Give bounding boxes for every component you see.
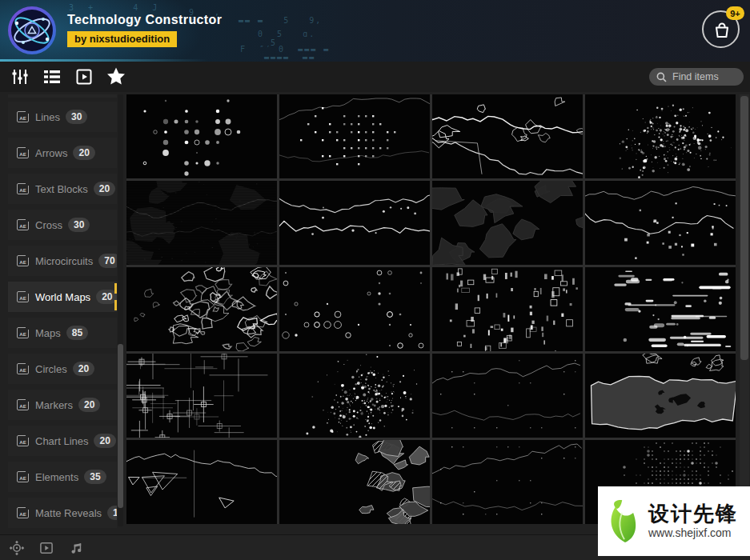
sidebar-item-label: Lines (35, 111, 60, 123)
sidebar-item-label: Text Blocks (35, 183, 88, 195)
ae-file-icon: AE (17, 327, 29, 338)
map-thumbnail (585, 94, 736, 178)
thumbnail-grid (126, 94, 736, 524)
item-count-badge: 85 (66, 326, 88, 340)
header-texture-glyph: ▬▬ ▬ 5 9, (239, 16, 322, 25)
item-count-badge: 70 (98, 254, 117, 268)
world-map-thumb-02[interactable] (279, 94, 430, 178)
world-map-thumb-13[interactable] (126, 354, 277, 438)
watermark-url: www.shejixf.com (648, 526, 738, 539)
world-map-thumb-16[interactable] (585, 354, 736, 438)
sidebar-item-world-maps[interactable]: AEWorld Maps20 (8, 282, 117, 312)
ae-file-icon: AE (17, 399, 29, 410)
world-map-thumb-19[interactable] (432, 440, 583, 524)
map-thumbnail (432, 440, 583, 524)
ae-file-icon: AE (17, 471, 29, 482)
world-map-thumb-07[interactable] (432, 181, 583, 265)
world-map-thumb-06[interactable] (279, 181, 430, 265)
grid-scrollbar-thumb[interactable] (740, 96, 748, 360)
item-count-badge: 20 (94, 182, 115, 196)
search-input[interactable] (671, 70, 736, 83)
technology-constructor-panel: 3 + 4 JF . A 6 ° 0 ;9 ,▬▬ ▬ 5 9,0 5 ɑ.5F… (0, 0, 750, 560)
world-map-thumb-18[interactable] (279, 440, 430, 524)
search-box (649, 68, 744, 86)
toolbar (0, 62, 750, 92)
cart-button[interactable]: 9+ (702, 10, 740, 48)
world-map-thumb-12[interactable] (585, 267, 736, 351)
preview-icon (38, 540, 54, 556)
watermark: 设计先锋 www.shejixf.com (598, 486, 750, 556)
sidebar-item-microcircuits[interactable]: AEMicrocircuits70 (8, 246, 117, 276)
world-map-thumb-01[interactable] (126, 94, 277, 178)
ae-file-icon: AE (17, 219, 29, 230)
world-map-thumb-10[interactable] (279, 267, 430, 351)
cart-count-badge: 9+ (726, 6, 744, 20)
author-badge: by nixstudioedition (67, 31, 177, 47)
ae-file-icon: AE (17, 507, 29, 518)
map-thumbnail (432, 94, 583, 178)
item-count-badge: 20 (94, 434, 115, 448)
favorites-button[interactable] (102, 65, 130, 89)
grid-scrollbar (740, 94, 749, 524)
ae-file-icon: AE (17, 111, 29, 122)
sidebar-item-label: Circles (35, 363, 67, 375)
sidebar-scrollbar-thumb[interactable] (118, 344, 123, 508)
watermark-title: 设计先锋 (648, 503, 738, 525)
app-title: Technology Constructor (67, 13, 222, 27)
map-thumbnail (279, 267, 430, 351)
sidebar-item-chart-lines[interactable]: AEChart Lines20 (8, 426, 117, 456)
item-count-badge: 20 (96, 290, 117, 304)
sidebar-item-label: Microcircuits (35, 255, 93, 267)
sidebar-item-matte-reveals[interactable]: AEMatte Reveals1 (8, 498, 117, 528)
world-map-thumb-15[interactable] (432, 354, 583, 438)
sidebar-item-cross[interactable]: AECross30 (8, 210, 117, 240)
world-map-thumb-17[interactable] (126, 440, 277, 524)
shopping-bag-icon (712, 21, 732, 40)
world-map-thumb-08[interactable] (585, 181, 736, 265)
sidebar-item-lines[interactable]: AELines30 (8, 102, 117, 132)
map-thumbnail (279, 440, 430, 524)
item-count-badge: 1 (107, 506, 117, 520)
transform-icon (9, 540, 25, 556)
header-texture-glyph: 0 5 ɑ. (258, 30, 315, 38)
world-map-thumb-04[interactable] (585, 94, 736, 178)
preview-button[interactable] (38, 539, 55, 557)
sidebar: AELines30AEArrows20AEText Blocks20AECros… (8, 102, 117, 529)
sidebar-item-label: Elements (35, 471, 78, 483)
sidebar-item-text-blocks[interactable]: AEText Blocks20 (8, 174, 117, 204)
watermark-text: 设计先锋 www.shejixf.com (648, 503, 738, 538)
audio-icon (68, 540, 84, 556)
map-thumbnail (279, 181, 430, 265)
sidebar-item-label: Markers (35, 399, 73, 411)
ae-file-icon: AE (17, 435, 29, 446)
ae-file-icon: AE (17, 183, 29, 194)
map-thumbnail (126, 440, 277, 524)
sidebar-item-circles[interactable]: AECircles20 (8, 354, 117, 384)
world-map-thumb-14[interactable] (279, 354, 430, 438)
sidebar-item-label: Matte Reveals (35, 507, 102, 519)
world-map-thumb-09[interactable] (126, 267, 277, 351)
sidebar-item-elements[interactable]: AEElements35 (8, 462, 117, 492)
sidebar-item-arrows[interactable]: AEArrows20 (8, 138, 117, 168)
world-map-thumb-11[interactable] (432, 267, 583, 351)
list-view-icon (42, 67, 62, 86)
ae-file-icon: AE (17, 147, 29, 158)
world-map-thumb-05[interactable] (126, 181, 277, 265)
sidebar-scrollbar (118, 94, 123, 526)
audio-button[interactable] (67, 539, 85, 557)
map-thumbnail (279, 94, 430, 178)
sidebar-item-maps[interactable]: AEMaps85 (8, 318, 117, 348)
list-view-button[interactable] (38, 65, 66, 89)
filters-button[interactable] (6, 65, 34, 89)
sidebar-clipped-item (8, 94, 117, 98)
sidebar-item-markers[interactable]: AEMarkers20 (8, 390, 117, 420)
world-map-thumb-03[interactable] (432, 94, 583, 178)
ae-file-icon: AE (17, 363, 29, 374)
transform-button[interactable] (8, 539, 26, 557)
map-thumbnail (585, 181, 736, 265)
video-template-button[interactable] (70, 65, 98, 89)
video-template-icon (74, 67, 94, 86)
map-thumbnail (126, 267, 277, 351)
map-thumbnail (432, 354, 583, 438)
item-count-badge: 20 (78, 398, 100, 412)
